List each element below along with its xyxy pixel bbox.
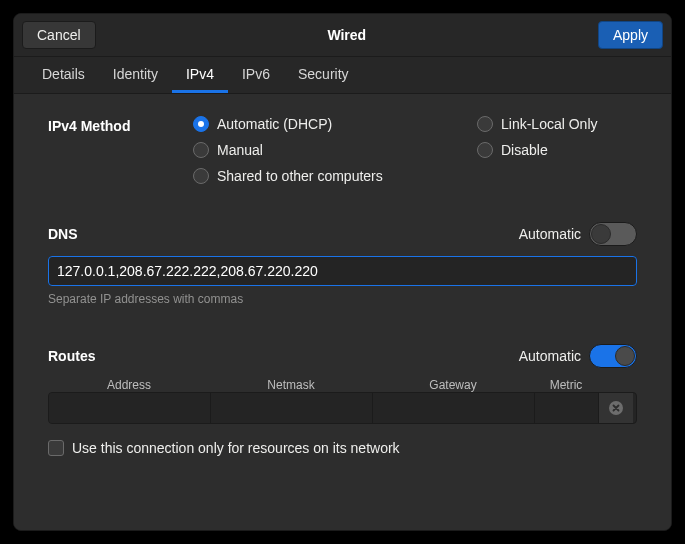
ipv4-method-section: IPv4 Method Automatic (DHCP) Manual Shar… bbox=[48, 116, 637, 184]
col-address: Address bbox=[48, 378, 210, 392]
radio-label: Disable bbox=[501, 142, 548, 158]
radio-icon bbox=[193, 142, 209, 158]
tab-details[interactable]: Details bbox=[28, 57, 99, 93]
dns-hint: Separate IP addresses with commas bbox=[48, 292, 637, 306]
route-address-input[interactable] bbox=[49, 393, 210, 423]
dns-input[interactable] bbox=[48, 256, 637, 286]
close-circle-icon bbox=[608, 400, 624, 416]
radio-link-local[interactable]: Link-Local Only bbox=[477, 116, 598, 132]
route-netmask-input[interactable] bbox=[211, 393, 372, 423]
radio-shared[interactable]: Shared to other computers bbox=[193, 168, 453, 184]
radio-manual[interactable]: Manual bbox=[193, 142, 453, 158]
content-area: IPv4 Method Automatic (DHCP) Manual Shar… bbox=[14, 94, 671, 530]
route-row bbox=[48, 392, 637, 424]
routes-label: Routes bbox=[48, 348, 95, 364]
radio-label: Automatic (DHCP) bbox=[217, 116, 332, 132]
cancel-button[interactable]: Cancel bbox=[22, 21, 96, 49]
radio-icon bbox=[477, 116, 493, 132]
col-gateway: Gateway bbox=[372, 378, 534, 392]
ipv4-method-label: IPv4 Method bbox=[48, 116, 193, 134]
titlebar: Cancel Wired Apply bbox=[14, 14, 671, 57]
radio-disable[interactable]: Disable bbox=[477, 142, 598, 158]
only-resources-label: Use this connection only for resources o… bbox=[72, 440, 400, 456]
col-metric: Metric bbox=[534, 378, 598, 392]
dialog-title: Wired bbox=[327, 27, 366, 43]
radio-automatic-dhcp[interactable]: Automatic (DHCP) bbox=[193, 116, 453, 132]
tab-ipv4[interactable]: IPv4 bbox=[172, 57, 228, 93]
dns-label: DNS bbox=[48, 226, 78, 242]
wired-settings-dialog: Cancel Wired Apply Details Identity IPv4… bbox=[13, 13, 672, 531]
radio-icon bbox=[193, 168, 209, 184]
radio-icon bbox=[193, 116, 209, 132]
route-delete-button[interactable] bbox=[599, 393, 633, 423]
routes-column-headers: Address Netmask Gateway Metric bbox=[48, 378, 637, 392]
col-netmask: Netmask bbox=[210, 378, 372, 392]
radio-icon bbox=[477, 142, 493, 158]
dns-automatic-switch[interactable] bbox=[589, 222, 637, 246]
routes-section: Routes Automatic Address Netmask Gateway… bbox=[48, 344, 637, 456]
apply-button[interactable]: Apply bbox=[598, 21, 663, 49]
dns-section: DNS Automatic Separate IP addresses with… bbox=[48, 222, 637, 306]
routes-automatic-label: Automatic bbox=[519, 348, 581, 364]
only-resources-row[interactable]: Use this connection only for resources o… bbox=[48, 440, 637, 456]
tab-identity[interactable]: Identity bbox=[99, 57, 172, 93]
only-resources-checkbox[interactable] bbox=[48, 440, 64, 456]
tab-bar: Details Identity IPv4 IPv6 Security bbox=[14, 57, 671, 94]
route-gateway-input[interactable] bbox=[373, 393, 534, 423]
radio-label: Link-Local Only bbox=[501, 116, 598, 132]
routes-automatic-switch[interactable] bbox=[589, 344, 637, 368]
radio-label: Manual bbox=[217, 142, 263, 158]
dns-automatic-label: Automatic bbox=[519, 226, 581, 242]
tab-ipv6[interactable]: IPv6 bbox=[228, 57, 284, 93]
route-metric-input[interactable] bbox=[535, 393, 598, 423]
tab-security[interactable]: Security bbox=[284, 57, 363, 93]
radio-label: Shared to other computers bbox=[217, 168, 383, 184]
